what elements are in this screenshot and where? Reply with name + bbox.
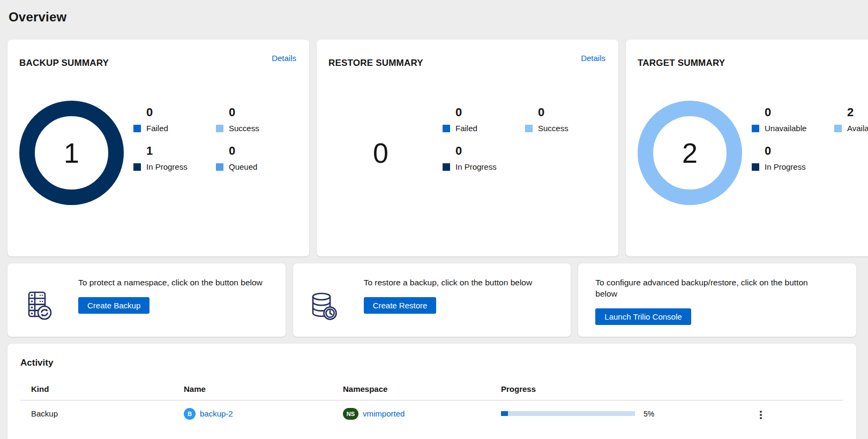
column-header-namespace: Namespace — [332, 384, 490, 393]
restore-legend: 0 Failed 0 Success 0 — [433, 101, 605, 205]
table-row: Backup B backup-2 NS vmimported 5% — [20, 400, 843, 427]
restore-total-value: 0 — [373, 139, 388, 167]
create-restore-button[interactable]: Create Restore — [364, 297, 437, 314]
launch-trilio-console-button[interactable]: Launch Trilio Console — [595, 308, 691, 325]
restore-donut-chart: 0 — [328, 101, 433, 205]
restore-summary-card: RESTORE SUMMARY Details 0 0 Failed — [317, 40, 618, 256]
progress-bar — [501, 411, 635, 416]
backup-details-link[interactable]: Details — [272, 54, 296, 63]
legend-swatch-icon — [443, 125, 450, 132]
legend-item: 2 Available — [834, 106, 868, 133]
database-clock-icon — [306, 287, 340, 324]
create-restore-text: To restore a backup, click on the button… — [364, 277, 533, 289]
activity-table-header: Kind Name Namespace Progress — [20, 384, 843, 400]
trilio-console-text: To configure advanced backup/restore, cl… — [595, 277, 820, 300]
activity-title: Activity — [20, 358, 843, 368]
legend-swatch-icon — [752, 163, 759, 171]
legend-swatch-icon — [834, 125, 842, 132]
overview-page: Overview BACKUP SUMMARY Details 1 0 Fail… — [0, 0, 868, 439]
progress-percent-label: 5% — [643, 410, 654, 418]
legend-item: 0 Queued — [216, 145, 296, 171]
create-backup-text: To protect a namespace, click on the but… — [78, 277, 263, 289]
legend-item: 0 In Progress — [752, 145, 832, 171]
activity-table: Kind Name Namespace Progress Backup B ba… — [20, 384, 843, 427]
namespace-link[interactable]: vmimported — [363, 409, 405, 418]
legend-swatch-icon — [216, 125, 223, 132]
kebab-menu-button[interactable] — [755, 407, 766, 422]
create-backup-card: To protect a namespace, click on the but… — [8, 263, 286, 337]
server-sync-icon — [20, 287, 55, 324]
target-legend: 0 Unavailable 2 Available — [742, 101, 868, 205]
page-title: Overview — [9, 10, 856, 25]
target-donut-chart: 2 — [638, 101, 742, 205]
trilio-console-card: To configure advanced backup/restore, cl… — [578, 263, 856, 337]
legend-swatch-icon — [525, 125, 533, 132]
row-kind: Backup — [20, 409, 173, 418]
column-header-name: Name — [173, 384, 332, 393]
legend-item: 0 Success — [525, 106, 605, 133]
activity-card: Activity Kind Name Namespace Progress Ba… — [8, 344, 856, 439]
legend-swatch-icon — [133, 125, 141, 132]
legend-item: 0 Unavailable — [752, 106, 832, 133]
restore-summary-title: RESTORE SUMMARY — [328, 54, 423, 69]
backup-legend: 0 Failed 0 Success 1 — [124, 101, 296, 205]
backup-name-link[interactable]: backup-2 — [200, 409, 233, 418]
backup-summary-card: BACKUP SUMMARY Details 1 0 Failed — [8, 40, 309, 256]
legend-item: 0 Success — [216, 106, 296, 133]
backup-resource-badge: B — [184, 408, 196, 420]
legend-swatch-icon — [752, 125, 759, 132]
summary-cards-row: BACKUP SUMMARY Details 1 0 Failed — [8, 40, 856, 256]
restore-details-link[interactable]: Details — [581, 54, 605, 63]
legend-item: 1 In Progress — [133, 145, 214, 171]
legend-swatch-icon — [133, 163, 141, 171]
target-summary-title: TARGET SUMMARY — [638, 54, 725, 69]
legend-swatch-icon — [443, 163, 450, 171]
create-restore-card: To restore a backup, click on the button… — [293, 263, 571, 337]
column-header-kind: Kind — [20, 384, 173, 393]
legend-swatch-icon — [216, 163, 223, 171]
action-cards-row: To protect a namespace, click on the but… — [8, 263, 856, 337]
target-summary-card: TARGET SUMMARY Details 2 0 Unavailable — [626, 40, 868, 256]
backup-total-value: 1 — [64, 139, 79, 167]
legend-item: 0 Failed — [443, 106, 523, 133]
backup-summary-title: BACKUP SUMMARY — [19, 54, 109, 69]
backup-donut-chart: 1 — [19, 101, 124, 205]
legend-item: 0 Failed — [133, 106, 214, 133]
column-header-progress: Progress — [490, 384, 745, 393]
create-backup-button[interactable]: Create Backup — [78, 297, 149, 314]
namespace-resource-badge: NS — [343, 408, 358, 420]
legend-item: 0 In Progress — [443, 145, 523, 171]
target-total-value: 2 — [682, 139, 698, 167]
progress-fill — [501, 411, 508, 416]
